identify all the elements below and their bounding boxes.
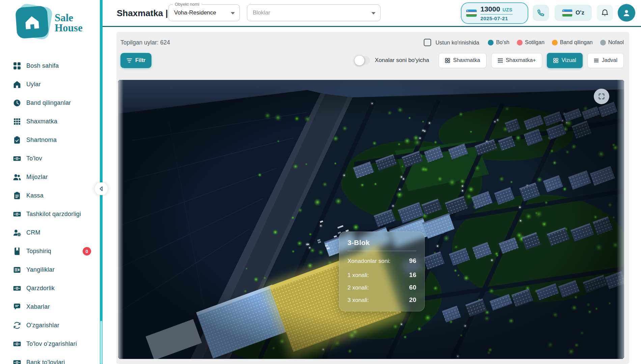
brand-logo[interactable]: Sale House <box>15 4 92 41</box>
legend-label: Bo'sh <box>496 39 509 46</box>
sidebar-item-label: Qarzdorlik <box>26 285 55 292</box>
sidebar-item-band-qilinganlar[interactable]: Band qilinganlar <box>0 94 100 112</box>
sidebar-item-qarzdorlik[interactable]: Qarzdorlik <box>0 279 100 298</box>
news-icon <box>13 266 21 274</box>
view-button-shaxmatka[interactable]: Shaxmatka <box>439 53 486 68</box>
object-select-label: Obyekt nomi <box>173 2 201 7</box>
phone-icon <box>536 8 545 17</box>
sidebar-item-label: Shaxmatka <box>26 118 57 125</box>
logo-mark <box>15 6 49 39</box>
rooms-toggle-label: Xonalar soni bo'yicha <box>375 57 429 64</box>
tooltip-row: 1 xonali: 16 <box>347 271 416 279</box>
tooltip-value: 16 <box>409 271 416 279</box>
sidebar-item-shartnoma[interactable]: Shartnoma <box>0 131 100 149</box>
sidebar-item-shaxmatka[interactable]: Shaxmatka <box>0 112 100 131</box>
view-button-jadval[interactable]: Jadval <box>587 53 624 68</box>
legend-item-sold[interactable]: Sotilgan <box>517 39 545 46</box>
dashboard-icon <box>13 62 21 70</box>
sidebar-item-topshiriq[interactable]: Topshiriq0 <box>0 242 100 261</box>
rooms-toggle-group[interactable]: Xonalar soni bo'yicha <box>355 56 429 65</box>
legend-item-vacant[interactable]: Bo'sh <box>488 39 509 46</box>
filter-icon <box>127 58 132 63</box>
money-icon <box>13 358 21 364</box>
column-view-checkbox-group[interactable]: Ustun ko'rinishida <box>424 39 479 46</box>
sidebar-item-xabarlar[interactable]: Xabarlar <box>0 298 100 316</box>
object-select[interactable]: Obyekt nomi Voha-Residence <box>168 4 240 21</box>
sidebar-item-label: Mijozlar <box>26 174 48 181</box>
sidebar-item-crm[interactable]: CRM <box>0 223 100 242</box>
person-icon <box>621 8 632 18</box>
view-button-label: Shaxmatka+ <box>506 57 536 63</box>
sidebar-nav: Bosh sahifa Uylar Band qilinganlar Shaxm… <box>0 57 100 364</box>
tooltip-label: 2 xonali: <box>347 284 369 291</box>
notifications-button[interactable] <box>597 5 613 21</box>
rooms-toggle[interactable] <box>355 56 370 65</box>
sidebar-item-label: Shartnoma <box>26 136 57 144</box>
sidebar-item-label: Bank to'lovlari <box>26 359 65 364</box>
house-icon <box>13 80 21 89</box>
sidebar-item-tashkilot-qarzdorligi[interactable]: Tashkilot qarzdorligi <box>0 205 100 223</box>
found-count-label: Topilgan uylar: 624 <box>120 39 170 46</box>
block-select-placeholder: Bloklar <box>253 9 270 16</box>
object-select-value: Voha-Residence <box>174 9 216 16</box>
sidebar-item-label: Tashkilot qarzdorligi <box>26 211 81 218</box>
block-select[interactable]: Bloklar <box>247 4 381 21</box>
tooltip-row: Xonadonlar soni: 96 <box>347 257 416 265</box>
app-root: Sale House Bosh sahifa Uylar Band qiling… <box>0 0 641 364</box>
sidebar-item-bank-tolovlari[interactable]: Bank to'lovlari <box>0 353 100 364</box>
sidebar-item-label: O'zgarishlar <box>26 322 59 329</box>
page-title: Shaxmatka | <box>117 8 168 19</box>
payment-icon <box>13 154 21 163</box>
sidebar-item-label: Band qilinganlar <box>26 99 71 107</box>
fullscreen-button[interactable] <box>594 89 609 104</box>
sidebar-item-kassa[interactable]: Kassa <box>0 186 100 205</box>
phone-button[interactable] <box>533 5 549 21</box>
fullscreen-icon <box>598 93 605 100</box>
chevron-down-icon <box>371 12 375 14</box>
status-legend: Bo'sh Sotilgan Band qilingan Nofaol <box>488 39 624 46</box>
language-button[interactable]: O'z <box>555 5 592 21</box>
messages-icon <box>13 303 21 311</box>
chevron-down-icon <box>231 12 235 14</box>
legend-label: Band qilingan <box>560 39 593 46</box>
sidebar-item-label: Topshiriq <box>26 248 51 255</box>
sidebar-item-mijozlar[interactable]: Mijozlar <box>0 168 100 186</box>
user-avatar[interactable] <box>618 4 635 22</box>
legend-dot <box>552 40 558 46</box>
column-view-checkbox[interactable] <box>424 39 431 46</box>
sidebar-scrollbar[interactable] <box>100 321 102 364</box>
notification-badge: 0 <box>83 247 91 255</box>
view-button-vizual[interactable]: Vizual <box>547 53 582 68</box>
legend-item-inactive[interactable]: Nofaol <box>600 39 624 46</box>
tooltip-label: 3 xonali: <box>347 297 369 304</box>
cashbox-icon <box>13 191 21 200</box>
money-icon <box>13 210 21 218</box>
sync-icon <box>13 321 21 330</box>
sidebar: Sale House Bosh sahifa Uylar Band qiling… <box>0 0 100 364</box>
legend-item-reserved[interactable]: Band qilingan <box>552 39 593 46</box>
language-label: O'z <box>576 9 584 16</box>
currency-info: 13000 UZS 2025-07-21 <box>480 5 512 21</box>
block-title: 3-Blok <box>347 239 416 251</box>
3d-complex-view[interactable]: 3-Blok Xonadonlar soni: 96 1 xonali: 16 … <box>118 80 624 359</box>
sidebar-collapse-button[interactable] <box>95 182 108 195</box>
uzbekistan-flag-icon <box>466 9 477 17</box>
sidebar-item-tolov-ozgarishlari[interactable]: To'lov o'zgarishlari <box>0 335 100 353</box>
sidebar-item-tolov[interactable]: To'lov <box>0 149 100 168</box>
sidebar-item-label: Kassa <box>26 192 44 199</box>
sidebar-item-ozgarishlar[interactable]: O'zgarishlar <box>0 316 100 335</box>
sidebar-divider <box>100 0 103 364</box>
tooltip-row: 3 xonali: 20 <box>347 296 416 304</box>
view-button-label: Shaxmatka <box>453 57 480 63</box>
sidebar-item-yangiliklar[interactable]: Yangiliklar <box>0 261 100 279</box>
legend-label: Sotilgan <box>525 39 545 46</box>
bell-icon <box>601 8 609 17</box>
currency-amount: 13000 <box>480 5 500 13</box>
sidebar-item-uylar[interactable]: Uylar <box>0 75 100 94</box>
tooltip-value: 96 <box>409 257 416 265</box>
currency-rate-badge[interactable]: 13000 UZS 2025-07-21 <box>461 2 528 24</box>
filter-button[interactable]: Filtr <box>120 53 151 68</box>
tooltip-value: 20 <box>409 296 416 304</box>
view-button-shaxmatka-plus[interactable]: Shaxmatka+ <box>491 53 542 68</box>
sidebar-item-bosh-sahifa[interactable]: Bosh sahifa <box>0 57 100 75</box>
